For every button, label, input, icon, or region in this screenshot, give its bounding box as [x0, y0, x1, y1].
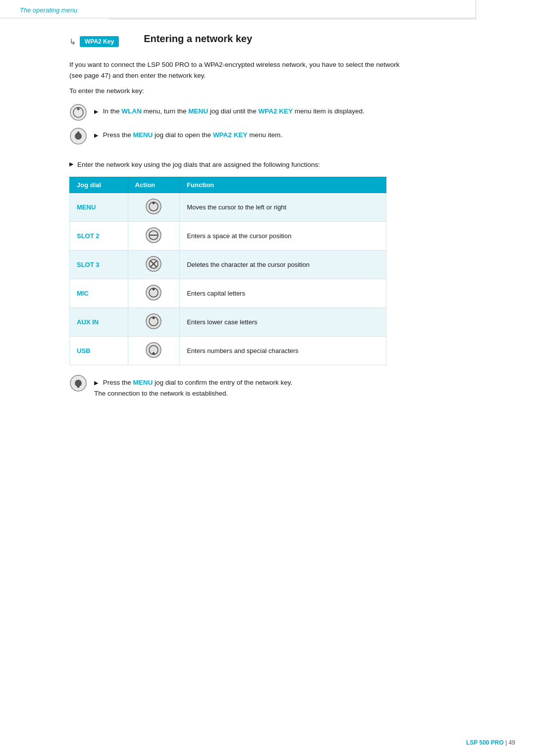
intro-paragraph-2: To enter the network key: [69, 86, 406, 97]
jog-dial-icon-2 [69, 127, 87, 145]
menu-highlight-final: MENU [133, 379, 153, 386]
step-2-text: ▶ Press the MENU jog dial to open the WP… [94, 127, 282, 140]
jog-cell-menu: MENU [70, 193, 128, 222]
svg-point-22 [146, 343, 161, 357]
svg-point-2 [77, 107, 80, 110]
header-divider [109, 19, 535, 19]
jog-cell-mic: MIC [70, 279, 128, 308]
dial-icon-slot3 [145, 255, 162, 272]
intro-paragraph-1: If you want to connect the LSP 500 PRO t… [69, 59, 406, 81]
svg-point-27 [77, 386, 80, 388]
jog-cell-slot3: SLOT 3 [70, 251, 128, 279]
bullet-arrow-1: ▶ [94, 108, 98, 114]
table-row: MIC Enters capital letters [70, 279, 386, 308]
svg-point-5 [77, 131, 80, 134]
sub-arrow-icon: ↳ [69, 37, 76, 47]
svg-point-24 [153, 353, 155, 355]
final-step-row: ▶ Press the MENU jog dial to confirm the… [69, 374, 505, 399]
svg-point-6 [146, 199, 161, 214]
action-cell-slot3 [128, 251, 180, 279]
dial-icon-mic [145, 284, 162, 301]
table-section: ▶ Enter the network key using the jog di… [69, 160, 505, 399]
bullet-arrow-2: ▶ [94, 132, 98, 138]
steps-section: ▶ In the WLAN menu, turn the MENU jog di… [69, 103, 505, 145]
step-2-row: ▶ Press the MENU jog dial to open the WP… [69, 127, 505, 145]
dial-icon-slot2 [145, 227, 162, 244]
final-step-text: ▶ Press the MENU jog dial to confirm the… [94, 374, 292, 399]
svg-point-8 [153, 202, 155, 204]
action-cell-menu [128, 193, 180, 222]
table-intro-row: ▶ Enter the network key using the jog di… [69, 160, 505, 170]
action-cell-mic [128, 279, 180, 308]
table-header: Jog dial Action Function [70, 177, 386, 193]
jog-dial-table: Jog dial Action Function MENU [69, 177, 386, 365]
function-cell-usb: Enters numbers and special characters [180, 337, 386, 365]
function-cell-mic: Enters capital letters [180, 279, 386, 308]
col-header-action: Action [128, 177, 180, 193]
function-cell-slot3: Deletes the character at the cursor posi… [180, 251, 386, 279]
wpa2-key-badge: WPA2 Key [80, 36, 119, 47]
wpa2-highlight-1: WPA2 KEY [258, 107, 293, 115]
tab-decoration [476, 0, 535, 20]
dial-icon-menu [145, 198, 162, 215]
step-1-row: ▶ In the WLAN menu, turn the MENU jog di… [69, 103, 505, 121]
page-footer: LSP 500 PRO | 49 [466, 739, 515, 746]
table-body: MENU Moves the cursor to the left or rig… [70, 193, 386, 365]
jog-dial-icon-1 [69, 103, 87, 121]
jog-dial-icon-final [69, 374, 87, 392]
action-cell-usb [128, 337, 180, 365]
final-bullet-arrow: ▶ [94, 380, 98, 386]
table-row: MENU Moves the cursor to the left or rig… [70, 193, 386, 222]
function-cell-menu: Moves the cursor to the left or right [180, 193, 386, 222]
footer-page-number: 49 [509, 739, 515, 746]
svg-point-21 [153, 317, 155, 319]
wpa2-highlight-2: WPA2 KEY [213, 131, 248, 139]
table-row: USB Enters numbers and special character… [70, 337, 386, 365]
table-row: AUX IN Enters lower case letters [70, 308, 386, 337]
table-bullet-arrow: ▶ [69, 161, 73, 167]
table-intro-text: Enter the network key using the jog dial… [77, 160, 320, 170]
svg-point-0 [70, 104, 86, 120]
jog-cell-auxin: AUX IN [70, 308, 128, 337]
footer-brand: LSP 500 PRO [466, 739, 504, 746]
dial-icon-auxin [145, 313, 162, 330]
menu-highlight-1: MENU [188, 107, 208, 115]
section-title: Entering a network key [144, 33, 252, 45]
action-cell-slot2 [128, 222, 180, 251]
svg-point-16 [146, 285, 161, 300]
table-header-row: Jog dial Action Function [70, 177, 386, 193]
page-header: The operating menu [0, 0, 535, 18]
menu-highlight-2: MENU [133, 131, 153, 139]
col-header-function: Function [180, 177, 386, 193]
wlan-highlight: WLAN [121, 107, 142, 115]
dial-icon-usb [145, 342, 162, 358]
table-row: SLOT 3 Deletes the character at the curs… [70, 251, 386, 279]
main-content: ↳ WPA2 Key Entering a network key If you… [0, 33, 535, 399]
section-header-row: ↳ WPA2 Key Entering a network key [69, 33, 505, 51]
footer-separator: | [504, 739, 509, 746]
function-cell-auxin: Enters lower case letters [180, 308, 386, 337]
col-header-jog-dial: Jog dial [70, 177, 128, 193]
action-cell-auxin [128, 308, 180, 337]
jog-cell-slot2: SLOT 2 [70, 222, 128, 251]
jog-cell-usb: USB [70, 337, 128, 365]
function-cell-slot2: Enters a space at the cursor position [180, 222, 386, 251]
svg-point-19 [146, 314, 161, 329]
breadcrumb: The operating menu [20, 6, 77, 14]
table-row: SLOT 2 Enters a space at the cursor posi… [70, 222, 386, 251]
step-1-text: ▶ In the WLAN menu, turn the MENU jog di… [94, 103, 365, 116]
svg-point-18 [153, 288, 155, 291]
